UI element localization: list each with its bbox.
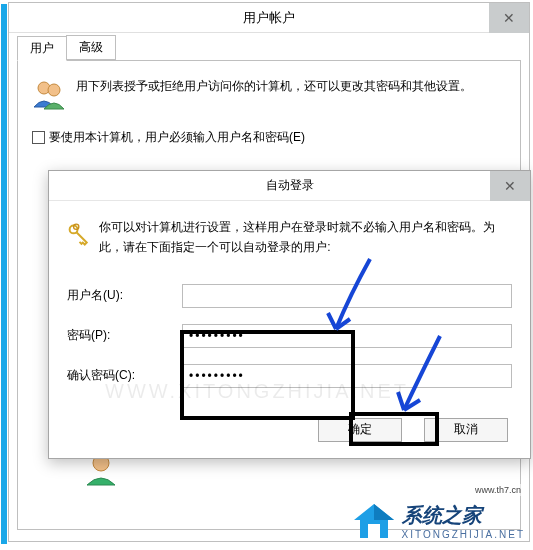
svg-point-1 [48, 84, 60, 96]
password-label: 密码(P): [67, 327, 182, 344]
require-password-label: 要使用本计算机，用户必须输入用户名和密码(E) [49, 129, 305, 146]
require-password-checkbox[interactable]: 要使用本计算机，用户必须输入用户名和密码(E) [32, 129, 506, 146]
username-input[interactable] [182, 284, 512, 308]
confirm-password-input[interactable] [182, 364, 512, 388]
user-accounts-close-button[interactable]: ✕ [489, 3, 529, 33]
auto-login-dialog: 自动登录 ✕ 你可以对计算机进行设置，这样用户在登录时就不必输入用户名和密码。为… [48, 170, 531, 459]
tabstrip: 用户 高级 [17, 37, 521, 60]
users-blurb: 用下列表授予或拒绝用户访问你的计算机，还可以更改其密码和其他设置。 [76, 77, 472, 96]
window-accent-strip [1, 4, 7, 544]
close-icon: ✕ [503, 10, 515, 26]
tab-users-label: 用户 [30, 41, 54, 55]
user-accounts-titlebar: 用户帐户 ✕ [9, 3, 529, 33]
users-icon [32, 77, 66, 111]
cancel-button-label: 取消 [454, 421, 478, 438]
tab-advanced[interactable]: 高级 [66, 35, 116, 60]
confirm-password-label: 确认密码(C): [67, 367, 182, 384]
auto-login-titlebar: 自动登录 ✕ [49, 171, 530, 201]
ok-button[interactable]: 确定 [318, 418, 402, 442]
user-accounts-title: 用户帐户 [243, 9, 295, 27]
ok-button-label: 确定 [348, 421, 372, 438]
auto-login-title: 自动登录 [266, 177, 314, 194]
tab-advanced-label: 高级 [79, 40, 103, 54]
keys-icon [67, 217, 89, 251]
auto-login-blurb: 你可以对计算机进行设置，这样用户在登录时就不必输入用户名和密码。为此，请在下面指… [99, 217, 512, 258]
auto-login-close-button[interactable]: ✕ [490, 171, 530, 201]
tab-users[interactable]: 用户 [17, 36, 67, 61]
username-label: 用户名(U): [67, 287, 182, 304]
password-input[interactable] [182, 324, 512, 348]
checkbox-icon [32, 131, 45, 144]
close-icon: ✕ [504, 178, 516, 194]
cancel-button[interactable]: 取消 [424, 418, 508, 442]
